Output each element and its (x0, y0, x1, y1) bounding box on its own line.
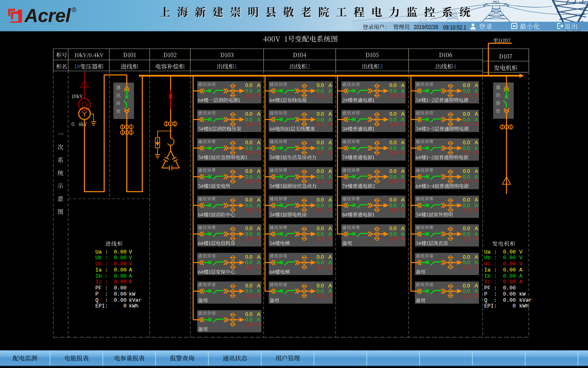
svg-text:kVar: kVar (519, 297, 532, 303)
svg-text:0.00: 0.00 (503, 285, 516, 291)
svg-text:0.00: 0.00 (114, 261, 127, 267)
svg-text:®: ® (71, 6, 77, 14)
svg-text:0.00: 0.00 (114, 255, 127, 261)
svg-text:0.00: 0.00 (503, 261, 516, 267)
svg-text:Q :: Q : (484, 297, 497, 303)
svg-text:Uc :: Uc : (484, 261, 497, 267)
svg-text:kVar: kVar (129, 297, 142, 303)
svg-text:Ub :: Ub : (484, 255, 497, 261)
svg-text:0.00: 0.00 (503, 267, 516, 273)
svg-text:0.00: 0.00 (114, 249, 127, 255)
svg-text:V: V (519, 255, 522, 261)
svg-text:0.00: 0.00 (503, 273, 516, 279)
svg-text:A: A (519, 267, 522, 273)
svg-text:V: V (519, 261, 522, 267)
svg-text:0.00: 0.00 (503, 279, 516, 285)
svg-text:0.00: 0.00 (114, 291, 127, 297)
svg-text:EPI:: EPI: (95, 303, 108, 309)
svg-text:0.00: 0.00 (114, 267, 127, 273)
svg-text:Ua :: Ua : (484, 249, 497, 255)
svg-text:V: V (129, 255, 132, 261)
svg-text:A: A (519, 273, 522, 279)
svg-text:kW: kW (129, 291, 136, 297)
svg-text:PF :: PF : (484, 285, 497, 291)
svg-text:0.00: 0.00 (503, 291, 516, 297)
svg-text:0: 0 (123, 303, 127, 309)
svg-text:P :: P : (95, 291, 108, 297)
svg-text:0: 0 (512, 303, 516, 309)
svg-text:Ic :: Ic : (95, 279, 108, 285)
svg-text:0.00: 0.00 (503, 255, 516, 261)
svg-text:Acrel: Acrel (24, 5, 71, 26)
svg-text:09:10:52.1: 09:10:52.1 (443, 24, 466, 31)
svg-text:Ic :: Ic : (484, 279, 497, 285)
svg-text:V: V (129, 249, 132, 255)
svg-text:P :: P : (484, 291, 497, 297)
svg-text:A: A (519, 279, 522, 285)
svg-text:kW: kW (519, 291, 526, 297)
svg-text:Ua :: Ua : (95, 249, 108, 255)
svg-text:0.00: 0.00 (114, 285, 127, 291)
svg-text:A: A (129, 273, 132, 279)
svg-text:Ib :: Ib : (95, 273, 108, 279)
svg-text:0.00: 0.00 (114, 297, 127, 303)
svg-text:Ub :: Ub : (95, 255, 108, 261)
svg-text:A: A (129, 267, 132, 273)
svg-text:Uc :: Uc : (95, 261, 108, 267)
svg-text:A: A (129, 279, 132, 285)
svg-text:Ia :: Ia : (484, 267, 497, 273)
svg-text:kWh: kWh (129, 303, 138, 309)
svg-text:PF :: PF : (95, 285, 108, 291)
svg-text:2019/02/26: 2019/02/26 (414, 24, 438, 30)
svg-text:0.00: 0.00 (503, 249, 516, 255)
svg-text:Q :: Q : (95, 297, 108, 303)
svg-text:EPI:: EPI: (484, 303, 497, 309)
svg-text:0.00: 0.00 (114, 279, 127, 285)
svg-text:V: V (129, 261, 132, 267)
svg-text:0.00: 0.00 (503, 297, 516, 303)
svg-text:V: V (519, 249, 522, 255)
svg-text:Ib :: Ib : (484, 273, 497, 279)
svg-text:0.00: 0.00 (114, 273, 127, 279)
svg-text:Ia :: Ia : (95, 267, 108, 273)
svg-text:kWh: kWh (519, 303, 528, 309)
